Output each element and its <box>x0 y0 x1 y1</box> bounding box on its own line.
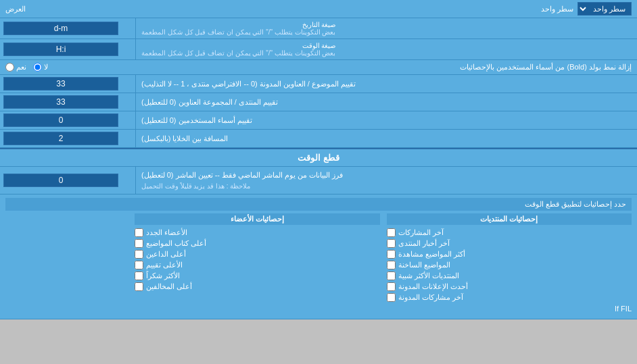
stats-section: حدد إحصائيات لتطبيق قطع الوقت إحصائيات ا… <box>0 194 637 319</box>
cell-spacing-input[interactable] <box>3 132 118 145</box>
checkbox-forums-4[interactable] <box>387 261 396 269</box>
checkbox-forums-1[interactable] <box>387 228 396 237</box>
users-sort-label: تقييم أسماء المستخدمين (0 للتعطيل) <box>135 111 637 129</box>
checkbox-forums-5[interactable] <box>387 271 396 280</box>
bold-remove-options: لا نعم <box>5 63 141 72</box>
bold-remove-label: إزالة نمط بولد (Bold) من أسماء المستخدمي… <box>141 63 632 72</box>
time-format-row: صيغة الوقت بعض التكوينات يتطلب "/" التي … <box>0 39 637 60</box>
topics-sort-label: تقييم الموضوع / العناوين المدونة (0 -- ا… <box>135 75 637 93</box>
forum-sort-label: تقييم المنتدى / المجموعة العناوين (0 للت… <box>135 93 637 111</box>
checkbox-forums-6[interactable] <box>387 282 396 291</box>
stats-grid: إحصائيات المنتديات آخر المشاركات آخر أخب… <box>5 213 632 302</box>
time-cut-input-cell <box>0 167 135 194</box>
time-cut-input[interactable] <box>3 174 118 187</box>
cell-spacing-input-cell <box>0 130 135 147</box>
bold-remove-row: إزالة نمط بولد (Bold) من أسماء المستخدمي… <box>0 60 637 75</box>
time-format-input[interactable] <box>3 43 118 56</box>
bold-remove-yes-radio[interactable] <box>5 63 14 72</box>
time-format-input-cell <box>0 39 135 59</box>
bottom-text: If FIL <box>5 302 632 315</box>
date-format-row: صيغة التاريخ بعض التكوينات يتطلب "/" الت… <box>0 18 637 39</box>
checkbox-item-3: أكثر المواضيع مشاهدة <box>387 250 632 259</box>
users-sort-row: تقييم أسماء المستخدمين (0 للتعطيل) <box>0 111 637 130</box>
time-cut-label: فرز البيانات من يوم الماشر الماضي فقط --… <box>135 167 637 194</box>
checkbox-forums-7[interactable] <box>387 293 396 302</box>
checkbox-member-2: أعلى كتاب المواضيع <box>135 239 379 248</box>
cell-spacing-row: المسافة بين الخلايا (بالبكسل) <box>0 130 637 148</box>
forum-sort-row: تقييم المنتدى / المجموعة العناوين (0 للت… <box>0 93 637 111</box>
checkbox-members-6[interactable] <box>135 282 143 291</box>
date-format-input[interactable] <box>3 22 118 35</box>
checkbox-members-2[interactable] <box>135 239 143 248</box>
checkbox-member-1: الأعضاء الجدد <box>135 228 379 237</box>
checkbox-item-7: آخر مشاركات المدونة <box>387 293 632 302</box>
checkbox-member-4: الأعلى تقييم <box>135 261 379 269</box>
bold-remove-no-label[interactable]: لا <box>33 63 48 72</box>
date-format-input-cell <box>0 18 135 38</box>
display-select-label: سطر واحد <box>541 5 573 14</box>
checkbox-item-2: آخر أخبار المنتدى <box>387 239 632 248</box>
checkbox-members-1[interactable] <box>135 228 143 237</box>
topics-sort-row: تقييم الموضوع / العناوين المدونة (0 -- ا… <box>0 75 637 93</box>
time-format-label: صيغة الوقت بعض التكوينات يتطلب "/" التي … <box>135 39 637 59</box>
forum-sort-input[interactable] <box>3 95 118 109</box>
checkbox-item-4: المواضيع الساخنة <box>387 261 632 269</box>
checkbox-item-1: آخر المشاركات <box>387 228 632 237</box>
stats-col-members: إحصائيات الأعضاء الأعضاء الجدد أعلى كتاب… <box>135 213 379 302</box>
display-select[interactable]: سطر واحدسطرينثلاثة أسطر <box>577 2 632 16</box>
checkbox-forums-2[interactable] <box>387 239 396 248</box>
topics-sort-input[interactable] <box>3 77 118 90</box>
checkbox-forums-3[interactable] <box>387 250 396 259</box>
checkbox-member-3: أعلى الداعين <box>135 250 379 259</box>
forum-sort-input-cell <box>0 93 135 111</box>
topics-sort-input-cell <box>0 75 135 93</box>
users-sort-input-cell <box>0 111 135 129</box>
stats-section-header: حدد إحصائيات لتطبيق قطع الوقت <box>5 198 632 211</box>
users-sort-input[interactable] <box>3 113 118 127</box>
checkbox-member-5: الأكثر شكراً <box>135 271 379 280</box>
stats-col-forums-header: إحصائيات المنتديات <box>387 213 632 225</box>
bold-remove-no-radio[interactable] <box>33 63 42 72</box>
checkbox-item-6: أحدث الإعلانات المدونة <box>387 282 632 291</box>
checkbox-members-3[interactable] <box>135 250 143 259</box>
bold-remove-yes-label[interactable]: نعم <box>5 63 26 72</box>
date-format-label: صيغة التاريخ بعض التكوينات يتطلب "/" الت… <box>135 18 637 38</box>
checkbox-member-6: أعلى المخالفين <box>135 282 379 291</box>
stats-col-empty <box>5 213 128 302</box>
stats-col-forums: إحصائيات المنتديات آخر المشاركات آخر أخب… <box>387 213 632 302</box>
cell-spacing-label: المسافة بين الخلايا (بالبكسل) <box>135 130 637 147</box>
display-section-title: العرض <box>5 5 26 14</box>
checkbox-members-4[interactable] <box>135 261 143 269</box>
checkbox-members-5[interactable] <box>135 271 143 280</box>
display-header-row: سطر واحدسطرينثلاثة أسطر سطر واحد العرض <box>0 0 637 18</box>
stats-col-members-header: إحصائيات الأعضاء <box>135 213 379 225</box>
time-cut-row: فرز البيانات من يوم الماشر الماضي فقط --… <box>0 167 637 194</box>
time-cut-section-header: قطع الوقت <box>0 148 637 167</box>
checkbox-item-5: المنتديات الأكثر شبية <box>387 271 632 280</box>
